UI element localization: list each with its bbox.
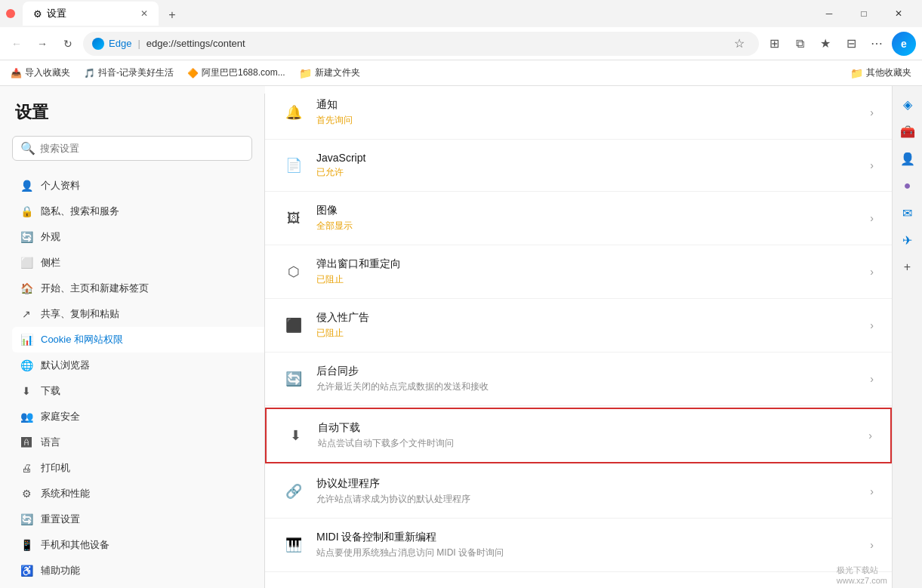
sidebar-item-label-appearance: 外观 (41, 230, 60, 244)
bookmark-more[interactable]: 📁 其他收藏夹 (846, 65, 916, 81)
outlook-icon[interactable]: ✉ (896, 201, 920, 225)
sidebar-item-print[interactable]: 🖨打印机 (12, 455, 264, 481)
search-input[interactable] (40, 143, 244, 154)
favorites-button[interactable]: ★ (815, 33, 836, 54)
downloads-icon: ⬇ (20, 385, 33, 397)
family-icon: 👥 (20, 411, 33, 423)
sidebar-item-label-phone: 手机和其他设备 (41, 538, 109, 552)
javascript-title: JavaScript (316, 152, 858, 164)
copilot-icon[interactable]: ◈ (896, 92, 920, 116)
notification-title: 通知 (316, 98, 858, 112)
split-button[interactable]: ⧉ (789, 33, 810, 54)
refresh-button[interactable]: ↻ (57, 33, 79, 54)
images-text: 图像全部显示 (316, 204, 858, 232)
bookmark-tiktok[interactable]: 🎵 抖音-记录美好生活 (79, 65, 178, 81)
tab-close-button[interactable]: ✕ (140, 8, 148, 19)
extensions-button[interactable]: ⊞ (763, 33, 785, 54)
sidebar-item-browser[interactable]: 🌐默认浏览器 (12, 352, 264, 378)
sidebar-item-sidebar[interactable]: ⬜侧栏 (12, 250, 264, 276)
images-subtitle: 全部显示 (316, 220, 858, 232)
tiktok-label: 抖音-记录美好生活 (98, 66, 174, 79)
maximize-button[interactable]: □ (846, 2, 881, 26)
sidebar-item-label-system: 系统和性能 (41, 487, 90, 500)
content-item-ads[interactable]: ⬛侵入性广告已阻止› (265, 299, 892, 352)
content-item-autodownload[interactable]: ⬇自动下载站点尝试自动下载多个文件时询问› (265, 408, 892, 463)
address-box[interactable]: Edge | edge://settings/content ☆ (83, 32, 759, 56)
content-item-images[interactable]: 🖼图像全部显示› (265, 192, 892, 245)
content-item-popup[interactable]: ⬡弹出窗口和重定向已阻止› (265, 245, 892, 299)
forward-button[interactable]: → (32, 33, 53, 54)
sidebar-item-reset[interactable]: 🔄重置设置 (12, 506, 264, 532)
sidebar-item-downloads[interactable]: ⬇下载 (12, 378, 264, 404)
close-button[interactable]: ✕ (881, 2, 916, 26)
autodownload-subtitle: 站点尝试自动下载多个文件时询问 (318, 437, 856, 450)
content-item-javascript[interactable]: 📄JavaScript已允许› (265, 140, 892, 192)
orb-icon[interactable]: ● (896, 174, 920, 198)
search-box[interactable]: 🔍 (12, 136, 252, 161)
ads-title: 侵入性广告 (316, 311, 858, 325)
traffic-light[interactable] (6, 9, 15, 18)
sidebar-item-accessibility[interactable]: ♿辅助功能 (12, 558, 264, 583)
content-item-midi[interactable]: 🎹MIDI 设备控制和重新编程站点要使用系统独占消息访问 MIDI 设备时询问› (265, 519, 892, 572)
autodownload-icon: ⬇ (285, 425, 306, 446)
midi-chevron: › (870, 539, 874, 551)
notification-text: 通知首先询问 (316, 98, 858, 127)
bookmark-alibaba[interactable]: 🔶 阿里巴巴1688.com... (183, 65, 290, 81)
sidebar-item-privacy[interactable]: 🔒隐私、搜索和服务 (12, 199, 264, 224)
ads-subtitle: 已阻止 (316, 327, 858, 340)
images-icon: 🖼 (283, 208, 304, 229)
browser-icon: 🌐 (20, 359, 33, 371)
sidebar-item-phone[interactable]: 📱手机和其他设备 (12, 532, 264, 558)
notification-chevron: › (870, 106, 874, 119)
edge-logo[interactable]: e (892, 32, 916, 56)
more-button[interactable]: ⋯ (866, 33, 887, 54)
more-folder-icon: 📁 (850, 67, 863, 79)
sidebar-item-language[interactable]: 🅰语言 (12, 429, 264, 455)
protocol-text: 协议处理程序允许站点请求成为协议的默认处理程序 (316, 477, 858, 506)
bookmark-import[interactable]: 📥 导入收藏夹 (6, 65, 75, 81)
cookies-icon: 📊 (20, 334, 33, 346)
midi-subtitle: 站点要使用系统独占消息访问 MIDI 设备时询问 (316, 546, 858, 559)
sidebar-item-label-privacy: 隐私、搜索和服务 (41, 205, 119, 218)
active-tab[interactable]: ⚙ 设置 ✕ (23, 2, 159, 26)
language-icon: 🅰 (20, 436, 33, 448)
alibaba-icon: 🔶 (187, 68, 199, 79)
sidebar-item-label-sidebar: 侧栏 (41, 256, 60, 269)
sidebar-item-startup[interactable]: 🏠开始、主页和新建标签页 (12, 276, 264, 301)
more-label: 其他收藏夹 (866, 66, 911, 79)
protocol-icon: 🔗 (283, 481, 304, 502)
sidebar-item-appearance[interactable]: 🔄外观 (12, 224, 264, 250)
send-icon[interactable]: ✈ (896, 228, 920, 252)
main-layout: 设置 🔍 👤个人资料🔒隐私、搜索和服务🔄外观⬜侧栏🏠开始、主页和新建标签页↗共享… (0, 86, 922, 588)
javascript-text: JavaScript已允许 (316, 152, 858, 179)
background-text: 后台同步允许最近关闭的站点完成数据的发送和接收 (316, 365, 858, 393)
sidebar: 设置 🔍 👤个人资料🔒隐私、搜索和服务🔄外观⬜侧栏🏠开始、主页和新建标签页↗共享… (0, 86, 264, 588)
user-icon[interactable]: 👤 (896, 146, 920, 171)
window-controls: ─ □ ✕ (812, 2, 916, 26)
minimize-button[interactable]: ─ (812, 2, 846, 26)
sidebar-item-profile[interactable]: 👤个人资料 (12, 173, 264, 199)
new-tab-button[interactable]: + (162, 5, 183, 26)
add-icon[interactable]: + (896, 255, 920, 279)
back-button[interactable]: ← (6, 33, 27, 54)
star-button[interactable]: ☆ (729, 33, 750, 54)
appearance-icon: 🔄 (20, 231, 33, 243)
address-edge-label: Edge (109, 38, 131, 49)
bookmark-folder[interactable]: 📁 新建文件夹 (294, 65, 365, 81)
sidebar-item-family[interactable]: 👥家庭安全 (12, 404, 264, 429)
popup-icon: ⬡ (283, 261, 304, 282)
midi-title: MIDI 设备控制和重新编程 (316, 531, 858, 544)
content-item-background[interactable]: 🔄后台同步允许最近关闭的站点完成数据的发送和接收› (265, 352, 892, 406)
watermark: 极光下载站 www.xz7.com (837, 565, 887, 585)
sidebar-item-about[interactable]: ℹ关于 Microsoft Edge (12, 583, 264, 588)
sidebar-item-system[interactable]: ⚙系统和性能 (12, 481, 264, 506)
content-item-notification[interactable]: 🔔通知首先询问› (265, 86, 892, 140)
javascript-chevron: › (870, 159, 874, 171)
tools-icon[interactable]: 🧰 (896, 119, 920, 143)
sidebar-item-share[interactable]: ↗共享、复制和粘贴 (12, 301, 264, 327)
sidebar-item-cookies[interactable]: 📊Cookie 和网站权限 (12, 327, 264, 352)
right-panel: ◈🧰👤●✉✈+ (892, 86, 922, 588)
content-item-protocol[interactable]: 🔗协议处理程序允许站点请求成为协议的默认处理程序› (265, 465, 892, 519)
titlebar: ⚙ 设置 ✕ + ─ □ ✕ (0, 0, 922, 27)
collections-button[interactable]: ⊟ (840, 33, 862, 54)
